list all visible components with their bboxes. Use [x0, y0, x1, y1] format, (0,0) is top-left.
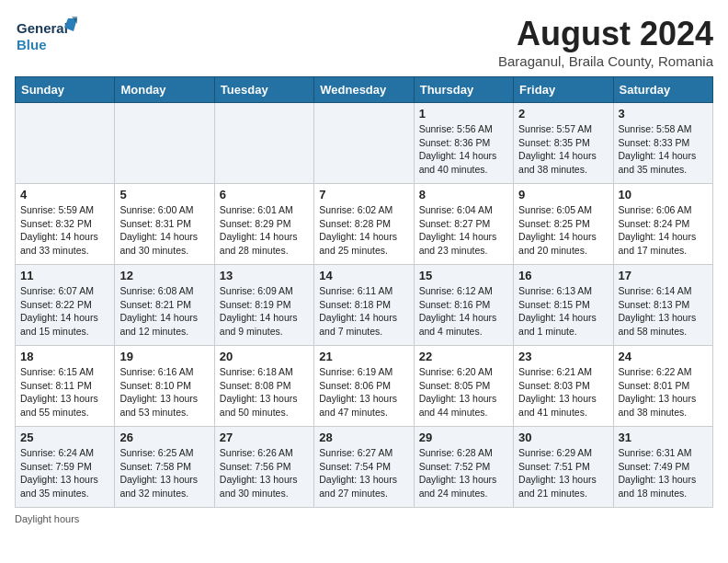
calendar-cell: 27Sunrise: 6:26 AM Sunset: 7:56 PM Dayli… [214, 427, 313, 508]
day-info: Sunrise: 6:01 AM Sunset: 8:29 PM Dayligh… [220, 203, 309, 258]
svg-text:Blue: Blue [17, 37, 47, 52]
calendar-cell: 31Sunrise: 6:31 AM Sunset: 7:49 PM Dayli… [613, 427, 712, 508]
day-info: Sunrise: 6:08 AM Sunset: 8:21 PM Dayligh… [119, 284, 209, 339]
day-info: Sunrise: 6:02 AM Sunset: 8:28 PM Dayligh… [319, 203, 408, 258]
day-number: 15 [419, 269, 508, 282]
col-header-thursday: Thursday [414, 77, 513, 103]
day-number: 16 [518, 269, 608, 282]
day-number: 3 [619, 107, 708, 121]
col-header-saturday: Saturday [613, 77, 712, 103]
calendar-week-row: 4Sunrise: 5:59 AM Sunset: 8:32 PM Daylig… [16, 184, 713, 265]
day-info: Sunrise: 6:29 AM Sunset: 7:51 PM Dayligh… [518, 446, 608, 500]
day-number: 5 [119, 188, 209, 201]
calendar-cell: 25Sunrise: 6:24 AM Sunset: 7:59 PM Dayli… [16, 427, 115, 508]
day-info: Sunrise: 6:21 AM Sunset: 8:03 PM Dayligh… [518, 365, 608, 419]
calendar-cell: 30Sunrise: 6:29 AM Sunset: 7:51 PM Dayli… [514, 427, 613, 508]
calendar-cell [214, 103, 313, 184]
calendar-cell: 8Sunrise: 6:04 AM Sunset: 8:27 PM Daylig… [414, 184, 513, 265]
day-number: 27 [220, 431, 309, 444]
day-info: Sunrise: 5:57 AM Sunset: 8:35 PM Dayligh… [518, 122, 608, 177]
calendar-cell: 11Sunrise: 6:07 AM Sunset: 8:22 PM Dayli… [16, 265, 115, 346]
day-info: Sunrise: 5:56 AM Sunset: 8:36 PM Dayligh… [419, 122, 508, 177]
day-number: 9 [518, 188, 608, 201]
day-number: 20 [220, 350, 309, 363]
calendar-cell: 10Sunrise: 6:06 AM Sunset: 8:24 PM Dayli… [613, 184, 712, 265]
calendar-cell: 17Sunrise: 6:14 AM Sunset: 8:13 PM Dayli… [613, 265, 712, 346]
day-info: Sunrise: 6:19 AM Sunset: 8:06 PM Dayligh… [319, 365, 408, 419]
calendar-week-row: 18Sunrise: 6:15 AM Sunset: 8:11 PM Dayli… [16, 346, 713, 427]
day-info: Sunrise: 6:18 AM Sunset: 8:08 PM Dayligh… [220, 365, 309, 419]
day-info: Sunrise: 6:07 AM Sunset: 8:22 PM Dayligh… [20, 284, 109, 339]
calendar-cell: 4Sunrise: 5:59 AM Sunset: 8:32 PM Daylig… [16, 184, 115, 265]
col-header-friday: Friday [514, 77, 613, 103]
day-info: Sunrise: 6:12 AM Sunset: 8:16 PM Dayligh… [419, 284, 508, 339]
day-number: 22 [419, 350, 508, 363]
day-info: Sunrise: 6:11 AM Sunset: 8:18 PM Dayligh… [319, 284, 408, 339]
day-number: 11 [20, 269, 109, 282]
calendar-cell: 26Sunrise: 6:25 AM Sunset: 7:58 PM Dayli… [115, 427, 214, 508]
calendar-cell: 13Sunrise: 6:09 AM Sunset: 8:19 PM Dayli… [214, 265, 313, 346]
calendar-cell: 23Sunrise: 6:21 AM Sunset: 8:03 PM Dayli… [514, 346, 613, 427]
day-number: 23 [518, 350, 608, 363]
day-info: Sunrise: 6:00 AM Sunset: 8:31 PM Dayligh… [119, 203, 209, 258]
logo-svg: General Blue [15, 15, 79, 55]
calendar-cell: 22Sunrise: 6:20 AM Sunset: 8:05 PM Dayli… [414, 346, 513, 427]
svg-text:General: General [17, 20, 68, 36]
calendar-cell: 14Sunrise: 6:11 AM Sunset: 8:18 PM Dayli… [314, 265, 414, 346]
day-number: 8 [419, 188, 508, 201]
day-info: Sunrise: 6:25 AM Sunset: 7:58 PM Dayligh… [119, 446, 209, 500]
daylight-note: Daylight hours [15, 513, 79, 524]
day-info: Sunrise: 6:05 AM Sunset: 8:25 PM Dayligh… [518, 203, 608, 258]
footer-note: Daylight hours [15, 513, 713, 524]
col-header-tuesday: Tuesday [214, 77, 313, 103]
calendar-header-row: SundayMondayTuesdayWednesdayThursdayFrid… [16, 77, 713, 103]
calendar-cell: 19Sunrise: 6:16 AM Sunset: 8:10 PM Dayli… [115, 346, 214, 427]
day-number: 26 [119, 431, 209, 444]
day-number: 1 [419, 107, 508, 121]
day-number: 29 [419, 431, 508, 444]
day-info: Sunrise: 6:20 AM Sunset: 8:05 PM Dayligh… [419, 365, 508, 419]
location-subtitle: Baraganul, Braila County, Romania [498, 53, 713, 69]
calendar-cell: 6Sunrise: 6:01 AM Sunset: 8:29 PM Daylig… [214, 184, 313, 265]
day-number: 21 [319, 350, 408, 363]
calendar-cell: 3Sunrise: 5:58 AM Sunset: 8:33 PM Daylig… [613, 103, 712, 184]
day-number: 6 [220, 188, 309, 201]
col-header-wednesday: Wednesday [314, 77, 414, 103]
calendar-cell: 1Sunrise: 5:56 AM Sunset: 8:36 PM Daylig… [414, 103, 513, 184]
calendar-week-row: 11Sunrise: 6:07 AM Sunset: 8:22 PM Dayli… [16, 265, 713, 346]
calendar-cell: 29Sunrise: 6:28 AM Sunset: 7:52 PM Dayli… [414, 427, 513, 508]
day-number: 25 [20, 431, 109, 444]
calendar-cell: 28Sunrise: 6:27 AM Sunset: 7:54 PM Dayli… [314, 427, 414, 508]
day-number: 30 [518, 431, 608, 444]
month-year-title: August 2024 [498, 15, 713, 53]
day-info: Sunrise: 6:24 AM Sunset: 7:59 PM Dayligh… [20, 446, 109, 500]
calendar-cell: 24Sunrise: 6:22 AM Sunset: 8:01 PM Dayli… [613, 346, 712, 427]
day-info: Sunrise: 6:06 AM Sunset: 8:24 PM Dayligh… [619, 203, 708, 258]
calendar-cell: 15Sunrise: 6:12 AM Sunset: 8:16 PM Dayli… [414, 265, 513, 346]
day-number: 7 [319, 188, 408, 201]
col-header-sunday: Sunday [16, 77, 115, 103]
calendar-cell: 9Sunrise: 6:05 AM Sunset: 8:25 PM Daylig… [514, 184, 613, 265]
day-number: 24 [619, 350, 708, 363]
day-info: Sunrise: 6:14 AM Sunset: 8:13 PM Dayligh… [619, 284, 708, 339]
calendar-cell: 21Sunrise: 6:19 AM Sunset: 8:06 PM Dayli… [314, 346, 414, 427]
calendar-cell [16, 103, 115, 184]
calendar-table: SundayMondayTuesdayWednesdayThursdayFrid… [15, 76, 713, 508]
day-number: 2 [518, 107, 608, 121]
day-info: Sunrise: 6:16 AM Sunset: 8:10 PM Dayligh… [119, 365, 209, 419]
col-header-monday: Monday [115, 77, 214, 103]
day-number: 10 [619, 188, 708, 201]
calendar-cell: 12Sunrise: 6:08 AM Sunset: 8:21 PM Dayli… [115, 265, 214, 346]
day-info: Sunrise: 6:15 AM Sunset: 8:11 PM Dayligh… [20, 365, 109, 419]
calendar-week-row: 25Sunrise: 6:24 AM Sunset: 7:59 PM Dayli… [16, 427, 713, 508]
day-info: Sunrise: 6:04 AM Sunset: 8:27 PM Dayligh… [419, 203, 508, 258]
calendar-cell: 16Sunrise: 6:13 AM Sunset: 8:15 PM Dayli… [514, 265, 613, 346]
calendar-cell: 2Sunrise: 5:57 AM Sunset: 8:35 PM Daylig… [514, 103, 613, 184]
logo: General Blue [15, 15, 79, 55]
day-number: 18 [20, 350, 109, 363]
day-info: Sunrise: 6:13 AM Sunset: 8:15 PM Dayligh… [518, 284, 608, 339]
day-number: 17 [619, 269, 708, 282]
day-info: Sunrise: 6:31 AM Sunset: 7:49 PM Dayligh… [619, 446, 708, 500]
day-number: 31 [619, 431, 708, 444]
day-info: Sunrise: 6:22 AM Sunset: 8:01 PM Dayligh… [619, 365, 708, 419]
